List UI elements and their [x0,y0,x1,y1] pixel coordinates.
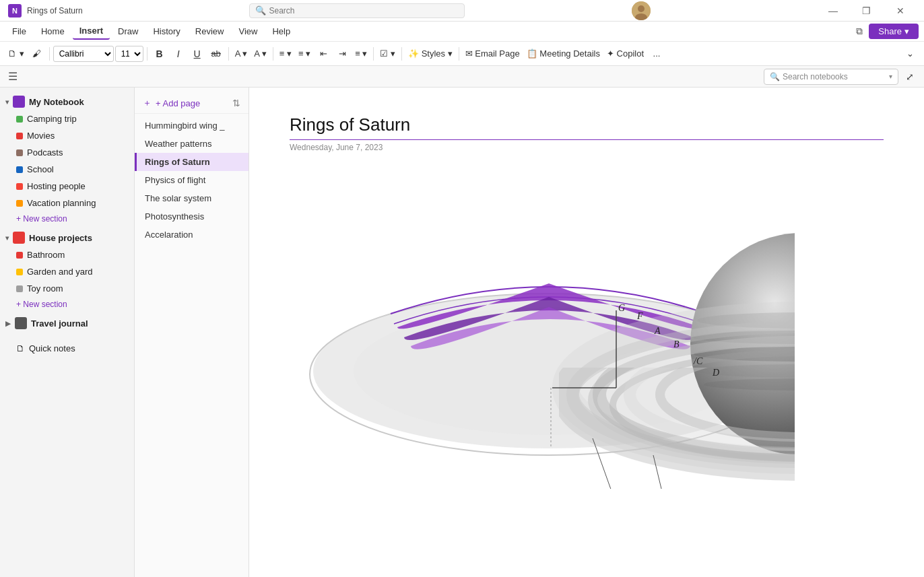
new-section-my-notebook[interactable]: + New section [0,211,134,226]
font-size-select[interactable]: 11 [115,46,143,62]
font-family-select[interactable]: Callibri [53,46,114,62]
bullets-button[interactable]: ≡ ▾ [277,45,294,63]
app-title: Rings of Saturn [27,6,83,15]
notebook-house-projects-icon [13,232,25,244]
toolbar-separator-4 [273,47,273,61]
align-button[interactable]: ≡ ▾ [352,45,370,63]
section-camping-trip[interactable]: Camping trip [0,110,134,127]
search-notebooks-label: Search notebooks [783,72,848,81]
section-hosting-people[interactable]: Hosting people [0,178,134,195]
section-garden-yard[interactable]: Garden and yard [0,263,134,280]
chevron-down-icon: ▾ [5,98,9,106]
section-toy-room[interactable]: Toy room [0,280,134,297]
section-color-toy [16,285,23,292]
italic-button[interactable]: I [170,45,187,63]
highlight-button[interactable]: A ▾ [232,45,251,63]
notebook-my-notebook-header[interactable]: ▾ My Notebook [0,93,134,110]
page-item-physics[interactable]: Physics of flight [135,171,249,189]
close-button[interactable]: ✕ [885,0,916,22]
search-notebooks-icon: 🔍 [770,72,780,81]
section-label-toy: Toy room [27,283,63,294]
add-page-label: + Add page [156,98,200,108]
share-button[interactable]: Share ▾ [869,24,919,39]
section-color-school [16,166,23,173]
toolbar-expand-button[interactable]: ⌄ [901,45,919,63]
underline-button[interactable]: U [189,45,206,63]
page-title: Rings of Saturn [290,114,884,140]
section-color-movies [16,133,23,139]
menu-bar: File Home Insert Draw History Review Vie… [0,22,924,42]
maximize-button[interactable]: ❐ [851,0,882,22]
toolbar-separator-7 [459,47,459,61]
menu-draw[interactable]: Draw [111,24,145,39]
format-painter-button[interactable]: 🖌 [28,45,46,63]
section-vacation-planning[interactable]: Vacation planning [0,195,134,211]
section-color-camping-trip [16,116,23,123]
quick-notes[interactable]: 🗋 Quick notes [0,340,134,357]
increase-indent-button[interactable]: ⇥ [333,45,351,63]
checkbox-button[interactable]: ☑ ▾ [377,45,398,63]
new-section-house-projects[interactable]: + New section [0,297,134,312]
strikethrough-button[interactable]: ab [207,45,225,63]
avatar[interactable] [632,1,651,20]
menu-insert[interactable]: Insert [73,23,110,40]
title-bar: N Rings of Saturn 🔍 — ❐ ✕ [0,0,924,22]
page-item-solar-system[interactable]: The solar system [135,189,249,207]
menu-view[interactable]: View [232,24,264,39]
decrease-indent-button[interactable]: ⇤ [315,45,332,63]
section-color-hosting [16,183,23,190]
menu-home[interactable]: Home [34,24,71,39]
copilot-button[interactable]: ✦ Copilot [604,45,647,63]
toolbar-separator-1 [49,47,50,61]
app-logo: N [8,4,22,18]
secondary-toolbar: ☰ 🔍 Search notebooks ▾ ⤢ [0,66,924,88]
quick-notes-label: Quick notes [29,343,75,353]
bold-button[interactable]: B [151,45,168,63]
section-label-podcasts: Podcasts [27,147,63,158]
expand-content-button[interactable]: ⤢ [901,68,919,86]
global-search[interactable]: 🔍 [249,3,465,18]
menu-review[interactable]: Review [189,24,231,39]
section-podcasts[interactable]: Podcasts [0,144,134,161]
sort-pages-button[interactable]: ⇅ [232,98,240,108]
add-page-button[interactable]: ＋ + Add page ⇅ [135,93,249,114]
new-page-button[interactable]: 🗋 ▾ [5,45,27,63]
page-item-hummingbird[interactable]: Hummingbird wing _ [135,116,249,135]
search-notebooks[interactable]: 🔍 Search notebooks ▾ [764,69,898,85]
search-notebooks-caret: ▾ [889,73,892,80]
svg-text:G: G [618,303,625,313]
font-color-button[interactable]: A ▾ [251,45,269,63]
notebook-travel-journal-header[interactable]: ▶ Travel journal [0,314,134,332]
minimize-button[interactable]: — [818,0,849,22]
saturn-illustration: G F A B /C D Enke [290,166,795,489]
svg-text:F: F [636,311,643,321]
section-label-garden: Garden and yard [27,267,93,277]
menu-file[interactable]: File [5,24,33,39]
page-item-accelaration[interactable]: Accelaration [135,226,249,244]
menu-help[interactable]: Help [265,24,297,39]
notebook-view-icon[interactable]: ⧉ [851,24,867,40]
section-school[interactable]: School [0,161,134,178]
hamburger-menu[interactable]: ☰ [5,70,20,83]
email-page-button[interactable]: ✉ Email Page [463,45,523,63]
numbering-button[interactable]: ≡ ▾ [296,45,313,63]
notebook-travel-journal-icon [15,317,27,329]
global-search-input[interactable] [269,6,459,15]
menu-history[interactable]: History [146,24,187,39]
sidebar: ▾ My Notebook Camping trip Movies Podcas… [0,88,135,577]
page-item-photosynthesis[interactable]: Photosynthesis [135,207,249,226]
more-options-button[interactable]: ... [648,45,665,63]
notebook-my-notebook-label: My Notebook [29,97,84,107]
meeting-details-button[interactable]: 📋 Meeting Details [524,45,603,63]
notebook-house-projects-header[interactable]: ▾ House projects [0,229,134,246]
section-bathroom[interactable]: Bathroom [0,246,134,263]
section-movies[interactable]: Movies [0,127,134,144]
add-page-icon: ＋ [143,97,152,109]
chevron-down-icon-2: ▾ [5,234,9,242]
window-controls: — ❐ ✕ [818,0,916,22]
page-item-weather[interactable]: Weather patterns [135,135,249,153]
section-label-movies: Movies [27,131,55,141]
page-item-rings-of-saturn[interactable]: Rings of Saturn [135,153,249,171]
styles-button[interactable]: ✨ Styles ▾ [405,45,455,63]
section-color-garden [16,269,23,275]
